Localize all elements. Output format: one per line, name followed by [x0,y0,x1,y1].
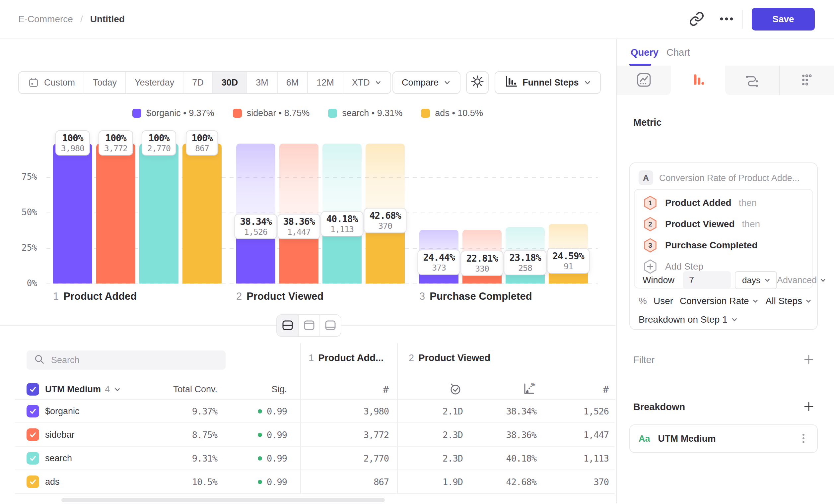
funnel-bar-sidebar-step1[interactable] [96,143,135,283]
breakdown-column-header[interactable]: UTM Medium 4 [45,384,121,395]
breakdown-on-step-select[interactable]: Breakdown on Step 1 [639,314,738,325]
retention-icon [798,72,815,90]
bar-pct-value: 100% [104,133,127,143]
step-number: 2 [409,352,414,363]
total-conv-label: Total Conv. [173,384,217,395]
layout-table-only-button[interactable] [320,315,341,336]
y-axis-tick: 25% [10,243,37,253]
table-step1-group-header: 1 Product Add... [309,352,383,363]
step-hexagon-badge: 2 [642,216,658,232]
bar-pct-value: 38.36% [283,216,314,227]
breakdown-column-label: UTM Medium [45,384,101,395]
bar-value-label: 38.34%1,526 [234,214,277,239]
counting-method-label[interactable]: User [654,296,673,306]
step1-count-column[interactable]: # [356,378,389,401]
percent-icon: % [639,296,647,306]
cell-sig: 0.99 [221,470,287,494]
report-type-insights-tab[interactable] [617,66,671,95]
breakdown-property-card[interactable]: Aa UTM Medium [629,425,818,453]
copy-link-button[interactable] [686,8,707,30]
table-step2-group-header: 2 Product Viewed [409,352,490,363]
layout-bottom-icon [325,319,336,332]
flows-icon [744,72,760,90]
add-filter-button[interactable] [803,353,815,366]
funnel-bar-search-step1[interactable] [139,143,178,283]
layout-chart-only-button[interactable] [298,315,320,336]
layout-top-icon [303,319,315,332]
bar-pct-value: 100% [61,133,84,143]
window-unit-select[interactable]: days [735,271,777,289]
funnel-bar-organic-step1[interactable] [53,143,92,283]
bar-pct-value: 23.18% [509,252,541,263]
insights-icon [636,72,652,90]
table-row-sidebar[interactable]: sidebar8.75%0.993,7722.3D38.36%1,447 [0,423,615,446]
bar-pct-value: 40.18% [326,213,358,225]
step2-count-column[interactable]: # [575,378,609,401]
table-row-organic[interactable]: $organic9.37%0.993,9802.1D38.34%1,526 [0,399,615,423]
breadcrumb-separator: / [80,14,83,25]
table-row-search[interactable]: search9.31%0.992,7702.3D40.18%1,113 [0,446,615,470]
step2-time-column[interactable] [430,378,463,401]
bar-pct-value: 100% [192,133,212,143]
add-breakdown-button[interactable] [803,400,815,413]
conversion-window-row: Window days Advanced [642,271,806,289]
cell-s2_count: 1,447 [542,423,609,446]
window-value-input[interactable] [683,271,731,289]
kebab-icon [798,432,809,446]
sig-column-header[interactable]: Sig. [237,384,287,395]
conversion-rate-icon: % [522,382,536,397]
bar-value-label: 23.18%258 [504,250,546,275]
more-menu-button[interactable] [716,8,737,30]
report-type-retention-tab[interactable] [780,66,834,95]
select-all-checkbox[interactable] [26,383,39,395]
window-label: Window [642,275,675,285]
cell-s2_count: 370 [542,470,609,494]
bar-count-value: 1,526 [240,227,271,237]
bar-value-label: 24.59%91 [547,248,590,274]
funnel-step-2[interactable]: 2 Product Viewed then [642,215,806,233]
report-canvas: CustomTodayYesterday7D30D3M6M12MXTD Comp… [0,39,616,503]
step-name: Product Viewed [418,352,490,363]
metric-title[interactable]: Conversion Rate of Product Adde... [659,173,799,183]
advanced-toggle[interactable]: Advanced [777,275,827,285]
funnel-step-1[interactable]: 1 Product Added then [642,193,806,212]
step2-rate-column[interactable]: % [503,378,536,401]
table-horizontal-scrollbar[interactable] [61,498,385,502]
cell-s2_rate: 40.18% [470,446,536,470]
cell-step1_count: 3,980 [323,399,389,423]
chevron-down-icon [731,316,738,323]
measurement-select[interactable]: Conversion Rate [680,296,759,306]
cell-s2_count: 1,113 [542,446,609,470]
funnel-step-3[interactable]: 3 Purchase Completed [642,236,806,255]
table-row-ads[interactable]: ads10.5%0.998671.9D42.68%370 [0,470,615,494]
breakdown-options-button[interactable] [798,432,809,446]
breadcrumb-project[interactable]: E-Commerce [18,14,73,25]
report-type-flows-tab[interactable] [725,66,780,95]
cell-sig: 0.99 [221,423,287,446]
row-checkbox-sidebar[interactable] [26,428,39,441]
total-conv-column-header[interactable]: Total Conv. [151,384,217,395]
query-panel: Query Chart [616,39,834,503]
bar-count-value: 1,447 [283,227,314,237]
search-input[interactable] [51,355,219,365]
cell-step1_count: 3,772 [323,423,389,446]
filter-heading: Filter [633,354,655,365]
layout-split-button[interactable] [277,315,298,336]
cell-step1_count: 867 [323,470,389,494]
report-title[interactable]: Untitled [90,14,125,25]
bar-value-label: 40.18%1,113 [321,211,363,236]
tab-query[interactable]: Query [631,47,659,58]
bar-pct-value: 24.44% [423,252,455,263]
add-step-label: Add Step [665,261,703,272]
row-checkbox-search[interactable] [26,452,39,464]
funnel-bar-ads-step1[interactable] [182,143,222,283]
layout-split-icon [282,319,293,332]
steps-scope-select[interactable]: All Steps [766,296,812,306]
row-checkbox-ads[interactable] [26,476,39,488]
bar-count-value: 330 [466,264,498,274]
bar-count-value: 867 [192,143,212,153]
filter-section: Filter [633,353,815,366]
row-checkbox-organic[interactable] [26,405,39,417]
save-button[interactable]: Save [752,8,815,30]
report-type-funnels-tab[interactable] [671,66,725,95]
